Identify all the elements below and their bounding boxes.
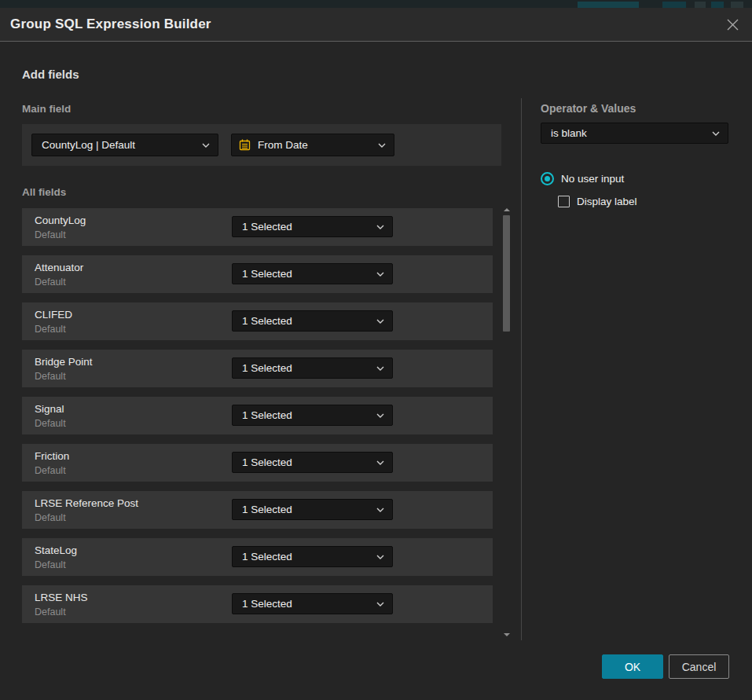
- checkbox-unchecked-icon: [558, 196, 570, 207]
- ok-button[interactable]: OK: [602, 654, 663, 679]
- background-fragment: [695, 2, 706, 8]
- all-fields-list: CountyLog Default 1 Selected Attenuator …: [22, 208, 493, 632]
- field-name: Attenuator: [35, 262, 83, 273]
- field-row: LRSE Reference Post Default 1 Selected: [22, 491, 493, 529]
- main-field-field-select[interactable]: From Date: [231, 134, 394, 156]
- chevron-down-icon: [378, 143, 386, 148]
- background-app-strip: [0, 0, 752, 8]
- operator-select[interactable]: is blank: [541, 123, 728, 144]
- field-value-select[interactable]: 1 Selected: [232, 310, 393, 332]
- chevron-down-icon: [376, 225, 384, 229]
- field-row: CLIFED Default 1 Selected: [22, 302, 493, 340]
- chevron-down-icon: [376, 272, 384, 277]
- field-row: LRSE NHS Default 1 Selected: [22, 585, 493, 623]
- field-name: CountyLog: [35, 214, 86, 226]
- field-alias: Default: [35, 418, 66, 429]
- field-value-selected: 1 Selected: [242, 551, 372, 563]
- field-value-select[interactable]: 1 Selected: [232, 499, 393, 520]
- display-label-checkbox[interactable]: Display label: [558, 196, 637, 207]
- field-value-selected: 1 Selected: [242, 315, 372, 327]
- chevron-down-icon: [376, 602, 384, 607]
- field-name: Friction: [35, 450, 69, 462]
- add-fields-heading: Add fields: [22, 68, 79, 81]
- background-fragment: [662, 2, 686, 8]
- chevron-down-icon: [376, 366, 384, 371]
- background-fragment: [578, 2, 639, 8]
- chevron-down-icon: [712, 131, 720, 136]
- field-value-selected: 1 Selected: [242, 409, 372, 421]
- scroll-down-arrow-icon[interactable]: [504, 633, 510, 636]
- field-alias: Default: [35, 465, 66, 476]
- field-value-selected: 1 Selected: [242, 362, 372, 374]
- close-button[interactable]: [724, 16, 741, 33]
- field-name: LRSE NHS: [35, 592, 88, 603]
- field-value-select[interactable]: 1 Selected: [232, 593, 393, 614]
- field-row: Friction Default 1 Selected: [22, 444, 493, 482]
- field-value-selected: 1 Selected: [242, 268, 372, 280]
- chevron-down-icon: [376, 508, 384, 512]
- field-select-value: From Date: [258, 139, 373, 151]
- field-name: StateLog: [35, 544, 77, 556]
- field-value-selected: 1 Selected: [242, 504, 372, 515]
- dialog-title: Group SQL Expression Builder: [10, 16, 211, 32]
- chevron-down-icon: [202, 143, 210, 148]
- field-alias: Default: [35, 559, 66, 570]
- fields-list-scrollbar[interactable]: [502, 208, 512, 636]
- field-name: LRSE Reference Post: [35, 497, 138, 509]
- calendar-icon: [238, 138, 251, 152]
- all-fields-label: All fields: [22, 186, 66, 198]
- panel-divider: [521, 98, 522, 640]
- field-value-selected: 1 Selected: [242, 221, 372, 233]
- field-alias: Default: [35, 229, 66, 240]
- cancel-button[interactable]: Cancel: [669, 654, 729, 679]
- checkbox-label: Display label: [577, 196, 637, 207]
- close-icon: [726, 18, 739, 31]
- main-field-layer-select[interactable]: CountyLog | Default: [31, 134, 218, 156]
- field-value-select[interactable]: 1 Selected: [232, 452, 393, 473]
- operator-select-value: is blank: [551, 127, 707, 139]
- field-name: CLIFED: [35, 309, 72, 321]
- field-name: Signal: [35, 403, 64, 415]
- field-value-selected: 1 Selected: [242, 456, 372, 468]
- field-value-select[interactable]: 1 Selected: [232, 357, 393, 379]
- chevron-down-icon: [376, 319, 384, 324]
- chevron-down-icon: [376, 460, 384, 465]
- no-user-input-radio[interactable]: No user input: [541, 172, 624, 185]
- scrollbar-thumb[interactable]: [503, 215, 510, 332]
- dialog-header: Group SQL Expression Builder: [0, 8, 752, 42]
- layer-select-value: CountyLog | Default: [42, 139, 197, 151]
- background-fragment: [731, 2, 743, 8]
- field-value-select[interactable]: 1 Selected: [232, 216, 393, 237]
- field-value-select[interactable]: 1 Selected: [232, 263, 393, 284]
- radio-label: No user input: [561, 173, 624, 185]
- radio-selected-icon: [541, 172, 554, 185]
- group-sql-expression-builder-dialog: Group SQL Expression Builder Add fields …: [0, 8, 752, 700]
- main-field-container: CountyLog | Default From Date: [22, 124, 501, 166]
- scroll-up-arrow-icon[interactable]: [504, 208, 510, 211]
- chevron-down-icon: [376, 413, 384, 418]
- field-value-select[interactable]: 1 Selected: [232, 546, 393, 567]
- main-field-label: Main field: [22, 103, 71, 115]
- operator-values-heading: Operator & Values: [541, 102, 636, 115]
- field-name: Bridge Point: [35, 356, 93, 368]
- background-fragment: [711, 2, 724, 8]
- field-value-selected: 1 Selected: [242, 598, 372, 610]
- field-alias: Default: [35, 277, 66, 288]
- field-row: StateLog Default 1 Selected: [22, 538, 493, 576]
- field-row: Attenuator Default 1 Selected: [22, 255, 493, 293]
- field-alias: Default: [35, 512, 66, 523]
- field-row: Signal Default 1 Selected: [22, 397, 493, 434]
- field-value-select[interactable]: 1 Selected: [232, 405, 393, 426]
- field-alias: Default: [35, 607, 66, 618]
- field-row: Bridge Point Default 1 Selected: [22, 350, 493, 387]
- chevron-down-icon: [376, 555, 384, 559]
- field-row: CountyLog Default 1 Selected: [22, 208, 493, 246]
- field-alias: Default: [35, 371, 66, 382]
- field-alias: Default: [35, 324, 66, 335]
